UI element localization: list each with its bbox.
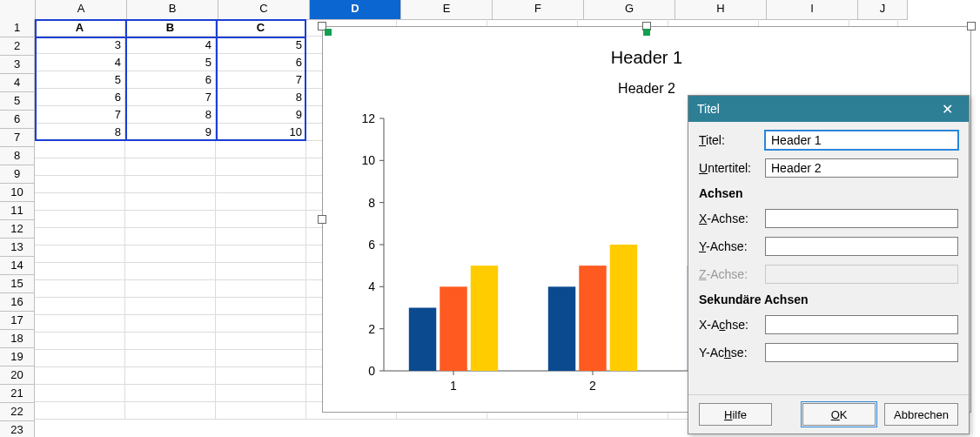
bar-A-2[interactable] <box>548 286 575 371</box>
cell[interactable] <box>35 158 125 176</box>
cell[interactable] <box>216 141 306 158</box>
cell[interactable] <box>216 367 306 385</box>
cell[interactable] <box>35 298 125 315</box>
cell[interactable]: 8 <box>216 89 306 106</box>
row-header-13[interactable]: 13 <box>0 239 35 257</box>
cell[interactable]: C <box>216 19 306 37</box>
cell[interactable]: B <box>125 19 216 37</box>
cell[interactable]: 9 <box>216 106 306 124</box>
cell[interactable] <box>216 193 306 211</box>
chart-select-handle[interactable] <box>325 29 332 36</box>
cell[interactable]: 7 <box>125 89 216 106</box>
cell[interactable] <box>216 315 306 333</box>
cell[interactable]: A <box>35 19 125 37</box>
cancel-button[interactable]: Abbrechen <box>884 403 958 426</box>
cell[interactable]: 4 <box>35 54 125 71</box>
chart-title[interactable]: Header 1 <box>323 48 970 68</box>
close-icon[interactable]: ✕ <box>934 96 960 122</box>
cell[interactable] <box>125 385 216 402</box>
row-header-15[interactable]: 15 <box>0 275 35 293</box>
cell[interactable] <box>125 193 216 211</box>
cell[interactable]: 5 <box>125 54 216 71</box>
cell[interactable] <box>216 402 306 420</box>
cell[interactable] <box>35 350 125 367</box>
secondary-y-axis-input[interactable] <box>765 343 958 362</box>
cell[interactable] <box>35 228 125 245</box>
cell[interactable] <box>35 263 125 280</box>
cell[interactable] <box>216 211 306 228</box>
row-header-17[interactable]: 17 <box>0 312 35 330</box>
cell[interactable]: 7 <box>216 71 306 89</box>
cell[interactable]: 10 <box>216 124 306 141</box>
bar-B-2[interactable] <box>579 266 606 371</box>
cell[interactable] <box>125 280 216 298</box>
cell[interactable] <box>35 315 125 333</box>
cell[interactable] <box>125 176 216 193</box>
row-header-2[interactable]: 2 <box>0 37 35 56</box>
x-axis-input[interactable] <box>765 209 958 228</box>
cell[interactable] <box>125 228 216 245</box>
row-header-6[interactable]: 6 <box>0 111 35 129</box>
cell[interactable]: 8 <box>35 124 125 141</box>
cell[interactable] <box>125 315 216 333</box>
cell[interactable]: 9 <box>125 124 216 141</box>
row-header-12[interactable]: 12 <box>0 220 35 239</box>
row-header-3[interactable]: 3 <box>0 56 35 74</box>
cell[interactable] <box>35 333 125 350</box>
column-header-E[interactable]: E <box>401 0 493 20</box>
dialog-titlebar[interactable]: Titel ✕ <box>688 96 969 122</box>
cell[interactable] <box>35 176 125 193</box>
resize-handle-ne[interactable] <box>967 22 976 30</box>
bar-C-1[interactable] <box>471 266 498 371</box>
row-header-1[interactable]: 1 <box>0 19 35 37</box>
row-header-14[interactable]: 14 <box>0 257 35 275</box>
row-header-11[interactable]: 11 <box>0 202 35 220</box>
row-header-4[interactable]: 4 <box>0 74 35 92</box>
cell[interactable] <box>35 367 125 385</box>
cell[interactable] <box>125 333 216 350</box>
bar-C-2[interactable] <box>610 245 637 371</box>
cell[interactable] <box>216 385 306 402</box>
cell[interactable] <box>125 350 216 367</box>
cell[interactable] <box>125 141 216 158</box>
cell[interactable] <box>35 245 125 263</box>
bar-A-1[interactable] <box>409 308 436 372</box>
column-header-C[interactable]: C <box>218 0 310 20</box>
cell[interactable] <box>35 193 125 211</box>
cell[interactable]: 7 <box>35 106 125 124</box>
cell[interactable] <box>125 158 216 176</box>
cell[interactable] <box>216 280 306 298</box>
row-header-7[interactable]: 7 <box>0 129 35 147</box>
column-header-A[interactable]: A <box>36 0 127 20</box>
row-header-20[interactable]: 20 <box>0 366 35 385</box>
cell[interactable] <box>35 385 125 402</box>
row-header-21[interactable]: 21 <box>0 385 35 403</box>
resize-handle-w[interactable] <box>318 215 326 224</box>
row-header-19[interactable]: 19 <box>0 348 35 366</box>
row-header-16[interactable]: 16 <box>0 293 35 312</box>
y-axis-input[interactable] <box>765 237 958 256</box>
title-input[interactable]: Header 1 <box>765 131 958 150</box>
cell[interactable] <box>216 298 306 315</box>
chart-select-handle[interactable] <box>643 29 650 36</box>
row-header-5[interactable]: 5 <box>0 92 35 111</box>
cell[interactable] <box>216 228 306 245</box>
row-header-10[interactable]: 10 <box>0 184 35 202</box>
cell[interactable] <box>35 211 125 228</box>
subtitle-input[interactable]: Header 2 <box>765 158 958 178</box>
cell[interactable]: 3 <box>35 37 125 54</box>
cell[interactable] <box>125 211 216 228</box>
cell[interactable] <box>216 245 306 263</box>
ok-button[interactable]: OK <box>802 403 876 426</box>
row-header-9[interactable]: 9 <box>0 165 35 184</box>
cell[interactable] <box>125 367 216 385</box>
cell[interactable] <box>216 333 306 350</box>
column-header-D[interactable]: D <box>310 0 401 20</box>
cell[interactable] <box>216 350 306 367</box>
cell[interactable] <box>216 176 306 193</box>
cell[interactable]: 6 <box>125 71 216 89</box>
column-header-I[interactable]: I <box>767 0 858 20</box>
column-header-J[interactable]: J <box>858 0 908 20</box>
column-header-B[interactable]: B <box>127 0 218 20</box>
cell[interactable] <box>125 245 216 263</box>
